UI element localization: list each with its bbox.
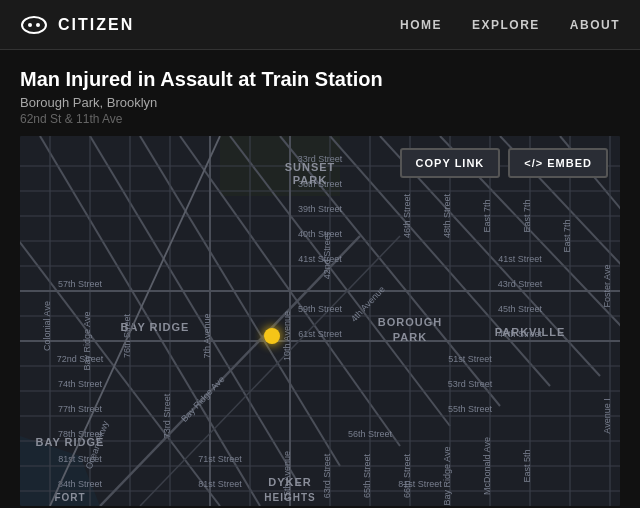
map-container: .street { stroke: #3a3e48; stroke-width:… [20,136,620,506]
svg-text:73rd Street: 73rd Street [162,393,172,438]
svg-text:41st Street: 41st Street [298,254,342,264]
svg-text:10th Avenue: 10th Avenue [282,311,292,361]
svg-text:FORT: FORT [54,492,85,503]
content-area: Man Injured in Assault at Train Station … [0,50,640,508]
svg-text:55th Street: 55th Street [448,404,493,414]
svg-text:East 7th: East 7th [562,219,572,252]
map-buttons: COPY LINK </> EMBED [400,148,608,178]
copy-link-button[interactable]: COPY LINK [400,148,501,178]
svg-text:SUNSET: SUNSET [285,161,336,173]
svg-text:42nd Street: 42nd Street [322,232,332,279]
svg-text:65th Street: 65th Street [362,453,372,498]
svg-text:81st Street: 81st Street [198,479,242,489]
nav-about[interactable]: ABOUT [570,18,620,32]
svg-text:BOROUGH: BOROUGH [378,316,442,328]
svg-text:57th Street: 57th Street [58,279,103,289]
svg-text:PARK: PARK [393,331,427,343]
svg-text:84th Street: 84th Street [58,479,103,489]
svg-text:66th Street: 66th Street [402,453,412,498]
incident-marker [264,328,280,344]
svg-text:East 5th: East 5th [522,449,532,482]
svg-text:41st Street: 41st Street [498,254,542,264]
nav-home[interactable]: HOME [400,18,442,32]
nav-explore[interactable]: EXPLORE [472,18,540,32]
svg-text:Bay Ridge Ave: Bay Ridge Ave [82,312,92,371]
svg-point-0 [22,17,46,33]
svg-text:PARKVILLE: PARKVILLE [495,326,566,338]
svg-text:72nd Street: 72nd Street [57,354,104,364]
svg-text:56th Street: 56th Street [348,429,393,439]
svg-text:74th Street: 74th Street [58,379,103,389]
svg-text:51st Street: 51st Street [448,354,492,364]
svg-text:71st Street: 71st Street [198,454,242,464]
incident-address: 62nd St & 11th Ave [20,112,620,126]
svg-text:63rd Street: 63rd Street [322,453,332,498]
brand: CITIZEN [20,16,134,34]
embed-button[interactable]: </> EMBED [508,148,608,178]
navbar: CITIZEN HOME EXPLORE ABOUT [0,0,640,50]
svg-text:43rd Street: 43rd Street [498,279,543,289]
svg-text:61st Street: 61st Street [298,329,342,339]
svg-text:39th Street: 39th Street [298,204,343,214]
svg-text:DYKER: DYKER [268,476,312,488]
svg-text:McDonald Ave: McDonald Ave [482,437,492,495]
svg-text:Bay Ridge Ave: Bay Ridge Ave [442,447,452,506]
svg-point-2 [36,23,40,27]
svg-text:53rd Street: 53rd Street [448,379,493,389]
incident-title: Man Injured in Assault at Train Station [20,68,620,91]
svg-text:Colonial Ave: Colonial Ave [42,301,52,351]
svg-text:Foster Ave: Foster Ave [602,265,612,308]
svg-text:40th Street: 40th Street [298,229,343,239]
nav-links: HOME EXPLORE ABOUT [400,18,620,32]
logo-icon [20,16,48,34]
svg-text:PARK: PARK [293,174,327,186]
svg-text:45th Street: 45th Street [498,304,543,314]
svg-text:HEIGHTS: HEIGHTS [264,492,315,503]
svg-point-1 [28,23,32,27]
svg-text:East 7th: East 7th [482,199,492,232]
svg-text:7th Avenue: 7th Avenue [202,314,212,359]
svg-text:46th Street: 46th Street [402,193,412,238]
svg-text:Avenue I: Avenue I [602,398,612,433]
svg-text:East 7th: East 7th [522,199,532,232]
map-svg: .street { stroke: #3a3e48; stroke-width:… [20,136,620,506]
svg-text:48th Street: 48th Street [442,193,452,238]
logo-text: CITIZEN [58,16,134,34]
incident-location: Borough Park, Brooklyn [20,95,620,110]
svg-text:59th Street: 59th Street [298,304,343,314]
